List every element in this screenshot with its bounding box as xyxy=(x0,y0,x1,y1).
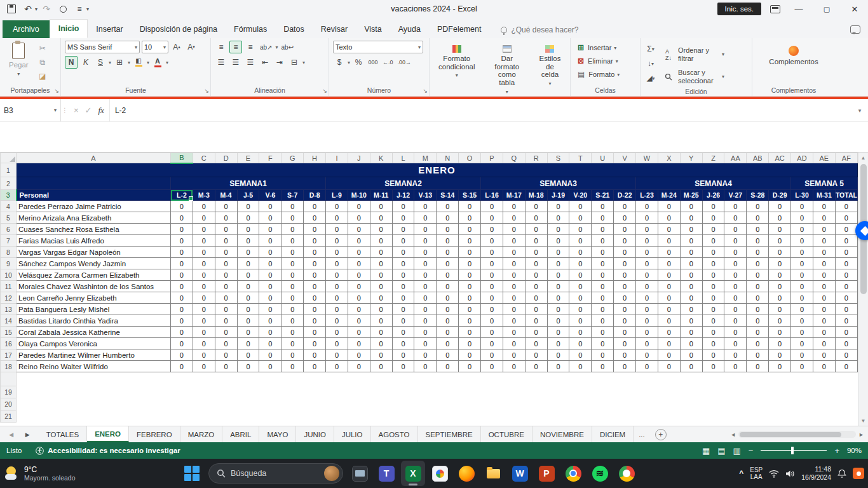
value-cell[interactable]: 0 xyxy=(437,338,459,349)
row-header-15[interactable]: 15 xyxy=(1,327,17,338)
value-cell[interactable]: 0 xyxy=(503,292,525,304)
value-cell[interactable]: 0 xyxy=(171,235,193,247)
value-cell[interactable]: 0 xyxy=(569,212,592,224)
value-cell[interactable]: 0 xyxy=(459,281,481,292)
file-explorer-taskbar-icon[interactable] xyxy=(481,461,505,486)
value-cell[interactable]: 0 xyxy=(281,349,304,361)
delete-cells-button[interactable]: ⊠ Eliminar▾ xyxy=(574,56,636,66)
person-name-cell[interactable]: Coral Zabala Jessica Katherine xyxy=(17,327,171,338)
align-middle-icon[interactable]: ≡ xyxy=(229,41,242,53)
value-cell[interactable]: 0 xyxy=(459,269,481,281)
value-cell[interactable]: 0 xyxy=(459,258,481,269)
value-cell[interactable]: 0 xyxy=(835,327,857,338)
value-cell[interactable]: 0 xyxy=(392,235,414,247)
value-cell[interactable]: 0 xyxy=(769,201,791,212)
value-cell[interactable]: 0 xyxy=(614,361,636,372)
value-cell[interactable]: 0 xyxy=(569,338,592,349)
maximize-button[interactable]: ▢ xyxy=(817,5,836,13)
value-cell[interactable]: 0 xyxy=(769,292,791,304)
notifications-bell-icon[interactable] xyxy=(837,469,846,478)
undo-icon[interactable] xyxy=(20,2,36,16)
value-cell[interactable]: 0 xyxy=(459,247,481,258)
value-cell[interactable]: 0 xyxy=(392,224,414,235)
value-cell[interactable]: 0 xyxy=(680,281,702,292)
column-header-F[interactable]: F xyxy=(259,153,281,163)
value-cell[interactable]: 0 xyxy=(702,224,724,235)
language-indicator[interactable]: ESPLAA xyxy=(750,466,763,481)
value-cell[interactable]: 0 xyxy=(813,315,835,327)
value-cell[interactable]: 0 xyxy=(747,269,769,281)
value-cell[interactable]: 0 xyxy=(569,315,592,327)
value-cell[interactable]: 0 xyxy=(193,224,215,235)
value-cell[interactable]: 0 xyxy=(481,349,503,361)
value-cell[interactable]: 0 xyxy=(281,281,304,292)
day-header-cell[interactable]: M-3 xyxy=(193,190,215,201)
value-cell[interactable]: 0 xyxy=(592,281,614,292)
value-cell[interactable]: 0 xyxy=(791,338,813,349)
value-cell[interactable]: 0 xyxy=(193,338,215,349)
value-cell[interactable]: 0 xyxy=(370,327,392,338)
value-cell[interactable]: 0 xyxy=(592,327,614,338)
value-cell[interactable]: 0 xyxy=(547,235,569,247)
word-taskbar-icon[interactable]: W xyxy=(508,461,532,486)
select-all-corner[interactable] xyxy=(1,153,17,163)
value-cell[interactable]: 0 xyxy=(481,235,503,247)
value-cell[interactable]: 0 xyxy=(614,338,636,349)
spotify-taskbar-icon[interactable]: ≋ xyxy=(588,461,612,486)
value-cell[interactable]: 0 xyxy=(326,338,348,349)
value-cell[interactable]: 0 xyxy=(215,247,237,258)
value-cell[interactable]: 0 xyxy=(547,258,569,269)
person-name-cell[interactable]: Sánchez Campos Wendy Jazmin xyxy=(17,258,171,269)
value-cell[interactable]: 0 xyxy=(414,212,437,224)
value-cell[interactable]: 0 xyxy=(547,315,569,327)
value-cell[interactable]: 0 xyxy=(259,338,281,349)
value-cell[interactable]: 0 xyxy=(747,258,769,269)
row-header-16[interactable]: 16 xyxy=(1,338,17,349)
value-cell[interactable]: 0 xyxy=(437,327,459,338)
value-cell[interactable]: 0 xyxy=(769,269,791,281)
day-header-cell[interactable]: M-31 xyxy=(813,190,835,201)
value-cell[interactable]: 0 xyxy=(259,327,281,338)
value-cell[interactable]: 0 xyxy=(304,269,326,281)
underline-dropdown-icon[interactable]: ▾ xyxy=(109,60,111,65)
value-cell[interactable]: 0 xyxy=(658,247,680,258)
day-header-cell[interactable]: D-8 xyxy=(304,190,326,201)
day-header-cell[interactable]: M-17 xyxy=(503,190,525,201)
value-cell[interactable]: 0 xyxy=(525,292,547,304)
photos-taskbar-icon[interactable] xyxy=(428,461,452,486)
value-cell[interactable]: 0 xyxy=(304,315,326,327)
value-cell[interactable]: 0 xyxy=(813,201,835,212)
row-header-8[interactable]: 8 xyxy=(1,247,17,258)
row-header-13[interactable]: 13 xyxy=(1,304,17,315)
value-cell[interactable]: 0 xyxy=(326,235,348,247)
value-cell[interactable]: 0 xyxy=(304,247,326,258)
column-header-W[interactable]: W xyxy=(636,153,658,163)
column-header-N[interactable]: N xyxy=(437,153,459,163)
value-cell[interactable]: 0 xyxy=(769,304,791,315)
row-header-4[interactable]: 4 xyxy=(1,201,17,212)
value-cell[interactable]: 0 xyxy=(614,224,636,235)
value-cell[interactable]: 0 xyxy=(503,315,525,327)
value-cell[interactable]: 0 xyxy=(459,304,481,315)
value-cell[interactable]: 0 xyxy=(614,281,636,292)
value-cell[interactable]: 0 xyxy=(503,212,525,224)
value-cell[interactable]: 0 xyxy=(171,349,193,361)
value-cell[interactable]: 0 xyxy=(658,269,680,281)
column-header-AE[interactable]: AE xyxy=(813,153,835,163)
value-cell[interactable]: 0 xyxy=(791,212,813,224)
value-cell[interactable]: 0 xyxy=(592,258,614,269)
alignment-dialog-launcher-icon[interactable]: ↘ xyxy=(322,88,327,94)
value-cell[interactable]: 0 xyxy=(326,315,348,327)
value-cell[interactable]: 0 xyxy=(171,201,193,212)
column-header-U[interactable]: U xyxy=(592,153,614,163)
value-cell[interactable]: 0 xyxy=(547,281,569,292)
grow-font-icon[interactable]: A▴ xyxy=(170,41,183,53)
value-cell[interactable]: 0 xyxy=(237,361,259,372)
value-cell[interactable]: 0 xyxy=(724,292,747,304)
ribbon-display-options-icon[interactable] xyxy=(770,5,780,13)
value-cell[interactable]: 0 xyxy=(326,247,348,258)
shrink-font-icon[interactable]: A▾ xyxy=(185,41,198,53)
person-name-cell[interactable]: Vargas Vargas Edgar Napoleón xyxy=(17,247,171,258)
value-cell[interactable]: 0 xyxy=(747,338,769,349)
day-header-cell[interactable]: V-27 xyxy=(724,190,747,201)
